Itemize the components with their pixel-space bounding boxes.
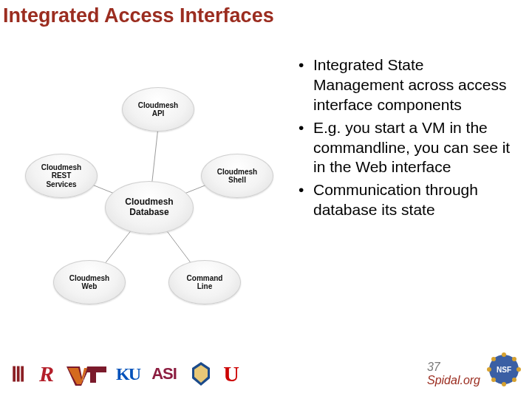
bullet-item: E.g. you start a VM in the commandline, …	[296, 118, 517, 178]
logo-ku: KU	[115, 361, 140, 387]
node-database: CloudmeshDatabase	[105, 181, 194, 234]
bullet-list: Integrated State Management across acces…	[296, 55, 517, 223]
diagram: CloudmeshAPI CloudmeshRESTServices Cloud…	[7, 74, 275, 303]
logo-vt	[65, 361, 108, 387]
slide-title: Integrated Access Interfaces	[3, 4, 274, 27]
logo-strip: Ⅲ R KU ASI U	[7, 361, 248, 387]
page-number: 37	[427, 361, 480, 374]
svg-text:NSF: NSF	[497, 366, 511, 374]
bullet-item: Communication through database its state	[296, 180, 517, 220]
node-cli: CommandLine	[168, 260, 241, 304]
logo-utah: U	[222, 361, 241, 387]
logo-rutgers: R	[35, 361, 58, 387]
svg-point-15	[512, 378, 516, 382]
bullet-text: E.g. you start a VM in the commandline, …	[313, 119, 510, 176]
svg-point-14	[491, 378, 496, 382]
node-api: CloudmeshAPI	[122, 87, 194, 132]
svg-point-13	[512, 357, 516, 361]
node-shell: CloudmeshShell	[201, 154, 273, 198]
node-web-label: CloudmeshWeb	[65, 273, 114, 293]
node-api-label: CloudmeshAPI	[134, 100, 183, 120]
slide: Integrated Access Interfaces CloudmeshAP…	[0, 0, 532, 399]
logo-asu: ASI	[148, 361, 180, 387]
node-rest: CloudmeshRESTServices	[25, 154, 98, 198]
bullet-text: Communication through database its state	[313, 181, 478, 218]
page-info: 37 Spidal.org	[427, 361, 480, 387]
svg-point-8	[502, 352, 506, 357]
svg-point-11	[516, 367, 521, 372]
logo-emory	[188, 361, 214, 387]
logo-nsf: NSF	[486, 352, 522, 390]
node-rest-label: CloudmeshRESTServices	[37, 162, 86, 191]
bullet-text: Integrated State Management across acces…	[313, 56, 506, 113]
svg-marker-6	[68, 368, 87, 384]
svg-point-9	[502, 382, 506, 386]
node-shell-label: CloudmeshShell	[213, 166, 262, 186]
svg-point-12	[491, 357, 496, 361]
node-cli-label: CommandLine	[183, 273, 228, 293]
org-name: Spidal.org	[427, 374, 480, 387]
bullet-item: Integrated State Management across acces…	[296, 55, 517, 115]
logo-iu: Ⅲ	[7, 361, 28, 387]
node-web: CloudmeshWeb	[53, 260, 126, 304]
node-database-label: CloudmeshDatabase	[120, 196, 177, 219]
svg-point-10	[487, 367, 491, 372]
